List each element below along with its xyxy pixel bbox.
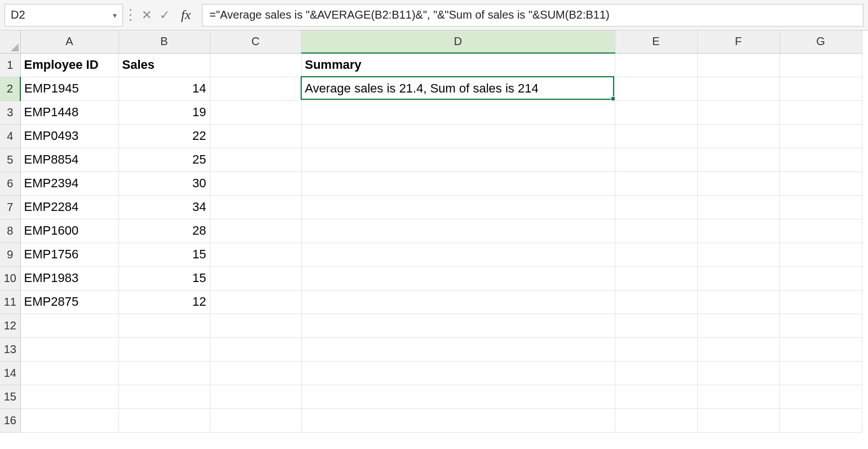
cell-E3[interactable]: [615, 100, 697, 124]
cell-E14[interactable]: [615, 361, 697, 385]
name-box[interactable]: D2 ▾: [5, 4, 123, 27]
column-header-F[interactable]: F: [697, 30, 779, 53]
column-header-C[interactable]: C: [210, 30, 301, 53]
cell-D8[interactable]: [301, 219, 615, 243]
cell-F15[interactable]: [697, 385, 779, 408]
cell-F6[interactable]: [697, 171, 779, 195]
cell-F9[interactable]: [697, 243, 779, 266]
row-header-10[interactable]: 10: [0, 266, 20, 290]
cell-B11[interactable]: 12: [118, 290, 210, 314]
cell-E1[interactable]: [615, 53, 697, 77]
cell-D2[interactable]: Average sales is 21.4, Sum of sales is 2…: [301, 77, 615, 100]
row-header-16[interactable]: 16: [0, 408, 20, 432]
cell-F4[interactable]: [697, 124, 779, 148]
cell-C16[interactable]: [210, 408, 301, 432]
cell-C15[interactable]: [210, 385, 301, 408]
cell-G7[interactable]: [779, 195, 862, 219]
cell-A2[interactable]: EMP1945: [20, 77, 118, 100]
cell-A8[interactable]: EMP1600: [20, 219, 118, 243]
cell-C6[interactable]: [210, 171, 301, 195]
cell-C7[interactable]: [210, 195, 301, 219]
cell-F16[interactable]: [697, 408, 779, 432]
cell-D7[interactable]: [301, 195, 615, 219]
cell-G12[interactable]: [779, 314, 862, 337]
accept-icon[interactable]: ✓: [160, 8, 170, 23]
column-header-E[interactable]: E: [615, 30, 697, 53]
cell-D13[interactable]: [301, 337, 615, 361]
cell-C13[interactable]: [210, 337, 301, 361]
column-header-B[interactable]: B: [118, 30, 210, 53]
cell-C10[interactable]: [210, 266, 301, 290]
cell-A15[interactable]: [20, 385, 118, 408]
cell-D12[interactable]: [301, 314, 615, 337]
cell-B15[interactable]: [118, 385, 210, 408]
cell-C9[interactable]: [210, 243, 301, 266]
cell-E16[interactable]: [615, 408, 697, 432]
cell-D10[interactable]: [301, 266, 615, 290]
cell-D9[interactable]: [301, 243, 615, 266]
cell-A7[interactable]: EMP2284: [20, 195, 118, 219]
cell-C2[interactable]: [210, 77, 301, 100]
cell-F12[interactable]: [697, 314, 779, 337]
spreadsheet-grid[interactable]: ABCDEFG1Employee IDSalesSummary2EMP19451…: [0, 30, 868, 433]
cell-G15[interactable]: [779, 385, 862, 408]
row-header-9[interactable]: 9: [0, 243, 20, 266]
cell-B2[interactable]: 14: [118, 77, 210, 100]
cell-B7[interactable]: 34: [118, 195, 210, 219]
column-header-G[interactable]: G: [779, 30, 862, 53]
cell-B12[interactable]: [118, 314, 210, 337]
chevron-down-icon[interactable]: ▾: [113, 11, 117, 20]
cell-E10[interactable]: [615, 266, 697, 290]
cell-B13[interactable]: [118, 337, 210, 361]
cell-B14[interactable]: [118, 361, 210, 385]
cell-A14[interactable]: [20, 361, 118, 385]
cell-C4[interactable]: [210, 124, 301, 148]
cell-G11[interactable]: [779, 290, 862, 314]
cell-D15[interactable]: [301, 385, 615, 408]
row-header-3[interactable]: 3: [0, 100, 20, 124]
cell-B6[interactable]: 30: [118, 171, 210, 195]
cell-F14[interactable]: [697, 361, 779, 385]
cell-E15[interactable]: [615, 385, 697, 408]
cell-C3[interactable]: [210, 100, 301, 124]
cell-C5[interactable]: [210, 148, 301, 171]
cell-D1[interactable]: Summary: [301, 53, 615, 77]
cell-F13[interactable]: [697, 337, 779, 361]
cell-F11[interactable]: [697, 290, 779, 314]
cell-C14[interactable]: [210, 361, 301, 385]
cell-E7[interactable]: [615, 195, 697, 219]
cell-F5[interactable]: [697, 148, 779, 171]
cell-A11[interactable]: EMP2875: [20, 290, 118, 314]
cell-F10[interactable]: [697, 266, 779, 290]
cell-G6[interactable]: [779, 171, 862, 195]
cell-A16[interactable]: [20, 408, 118, 432]
row-header-1[interactable]: 1: [0, 53, 20, 77]
cell-D4[interactable]: [301, 124, 615, 148]
cell-B8[interactable]: 28: [118, 219, 210, 243]
cell-C11[interactable]: [210, 290, 301, 314]
cell-F8[interactable]: [697, 219, 779, 243]
cell-A3[interactable]: EMP1448: [20, 100, 118, 124]
cancel-icon[interactable]: ✕: [142, 8, 152, 23]
cell-G2[interactable]: [779, 77, 862, 100]
cell-D5[interactable]: [301, 148, 615, 171]
cell-G5[interactable]: [779, 148, 862, 171]
column-header-A[interactable]: A: [20, 30, 118, 53]
cell-A12[interactable]: [20, 314, 118, 337]
cell-D14[interactable]: [301, 361, 615, 385]
cell-G3[interactable]: [779, 100, 862, 124]
select-all-corner[interactable]: [0, 30, 20, 53]
cell-F1[interactable]: [697, 53, 779, 77]
cell-D3[interactable]: [301, 100, 615, 124]
cell-A9[interactable]: EMP1756: [20, 243, 118, 266]
cell-G4[interactable]: [779, 124, 862, 148]
cell-G9[interactable]: [779, 243, 862, 266]
cell-C8[interactable]: [210, 219, 301, 243]
cell-C1[interactable]: [210, 53, 301, 77]
formula-input[interactable]: ="Average sales is "&AVERAGE(B2:B11)&", …: [202, 4, 863, 27]
cell-E4[interactable]: [615, 124, 697, 148]
row-header-13[interactable]: 13: [0, 337, 20, 361]
cell-C12[interactable]: [210, 314, 301, 337]
cell-E2[interactable]: [615, 77, 697, 100]
cell-D6[interactable]: [301, 171, 615, 195]
